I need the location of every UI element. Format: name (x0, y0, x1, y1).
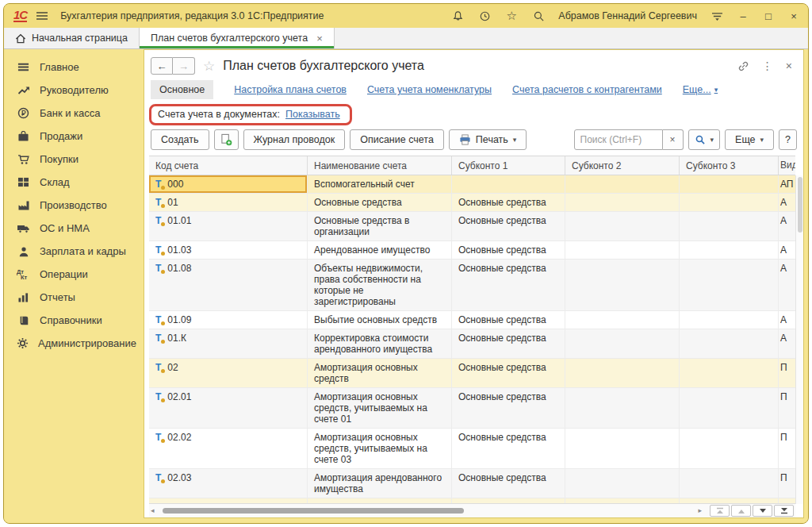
account-name-cell[interactable]: Амортизация основных средств, учитываемы… (308, 429, 452, 468)
subconto1-cell[interactable]: Основные средства (452, 212, 565, 240)
column-header-code[interactable]: Код счета (149, 156, 308, 175)
tab-close-icon[interactable]: × (316, 33, 323, 44)
subconto3-cell[interactable] (680, 469, 779, 498)
account-code-cell[interactable]: Т02.03 (149, 469, 308, 498)
vertical-scrollbar[interactable] (795, 175, 803, 504)
sidebar-item-directories[interactable]: Справочники (4, 309, 144, 332)
subconto2-cell[interactable] (565, 469, 680, 498)
subconto1-cell[interactable] (452, 175, 565, 193)
go-next-row-button[interactable] (753, 505, 772, 517)
account-kind-cell[interactable]: П (779, 429, 795, 468)
sidebar-item-bank-cash[interactable]: Банк и касса (4, 102, 144, 125)
subconto2-cell[interactable] (565, 241, 680, 259)
journal-button[interactable]: Журнал проводок (243, 129, 346, 150)
account-name-cell[interactable]: Основные средства в организации (308, 212, 452, 240)
subconto1-cell[interactable]: Основные средства (452, 329, 565, 358)
sidebar-item-warehouse[interactable]: Склад (4, 171, 144, 194)
account-kind-cell[interactable]: А (779, 311, 795, 329)
close-window-button[interactable]: × (787, 10, 800, 22)
sidebar-item-reports[interactable]: Отчеты (4, 286, 144, 309)
show-accounts-link[interactable]: Показывать (285, 109, 340, 120)
main-menu-icon[interactable] (35, 9, 49, 23)
go-last-row-button[interactable] (774, 505, 794, 517)
account-name-cell[interactable]: Вспомогательный счет (308, 175, 452, 193)
subconto2-cell[interactable] (565, 311, 680, 329)
subconto3-cell[interactable] (680, 241, 779, 259)
subconto3-cell[interactable] (680, 359, 779, 387)
subconto2-cell[interactable] (565, 212, 680, 240)
subconto3-cell[interactable] (680, 260, 779, 310)
table-row[interactable]: Т01.09Выбытие основных средствОсновные с… (149, 311, 795, 329)
clear-search-icon[interactable]: × (663, 129, 684, 150)
tab-home[interactable]: Начальная страница (4, 28, 139, 48)
account-name-cell[interactable]: Объекты недвижимости, права собственност… (308, 260, 452, 310)
subconto1-cell[interactable]: Основные средства (452, 429, 565, 468)
column-header-subconto1[interactable]: Субконто 1 (452, 156, 565, 175)
nav-tab-main[interactable]: Основное (151, 80, 213, 99)
account-kind-cell[interactable]: П (779, 469, 795, 498)
close-form-icon[interactable]: × (786, 60, 792, 72)
subconto2-cell[interactable] (565, 194, 680, 211)
nav-link-item-accounts[interactable]: Счета учета номенклатуры (367, 84, 492, 95)
subconto3-cell[interactable] (680, 212, 779, 240)
history-icon[interactable] (477, 9, 492, 23)
account-code-cell[interactable]: Т01.К (149, 329, 308, 358)
account-name-cell[interactable]: Корректировка стоимости арендованного им… (308, 329, 452, 358)
sidebar-item-main[interactable]: Главное (4, 56, 144, 79)
sidebar-item-salary-hr[interactable]: Зарплата и кадры (4, 240, 144, 263)
account-code-cell[interactable]: Т01.08 (149, 260, 308, 310)
subconto1-cell[interactable]: Основные средства (452, 388, 565, 428)
maximize-button[interactable]: □ (762, 10, 775, 22)
scroll-left-icon[interactable]: ◂ (151, 504, 155, 517)
help-button[interactable]: ? (779, 129, 797, 150)
account-kind-cell[interactable]: А (779, 241, 795, 259)
horizontal-scrollbar[interactable] (158, 504, 695, 517)
search-options-button[interactable]: ▾ (688, 129, 721, 150)
forward-button[interactable]: → (173, 57, 195, 75)
subconto1-cell[interactable]: Основные средства (452, 359, 565, 387)
sidebar-item-fixed-assets[interactable]: ОС и НМА (4, 217, 144, 240)
table-row[interactable]: Т02.02Амортизация основных средств, учит… (149, 429, 795, 469)
subconto2-cell[interactable] (565, 260, 680, 310)
subconto1-cell[interactable]: Основные средства (452, 469, 565, 498)
table-row[interactable]: Т01.08Объекты недвижимости, права собств… (149, 260, 795, 311)
account-description-button[interactable]: Описание счета (350, 129, 444, 150)
account-kind-cell[interactable]: А (779, 260, 795, 310)
back-button[interactable]: ← (151, 57, 173, 75)
table-row[interactable]: Т02.01Амортизация основных средств, учит… (149, 388, 795, 429)
subconto3-cell[interactable] (680, 194, 779, 211)
account-kind-cell[interactable]: АП (779, 175, 795, 193)
sidebar-item-sales[interactable]: Продажи (4, 125, 144, 148)
go-prev-row-button[interactable] (731, 505, 751, 517)
subconto3-cell[interactable] (680, 311, 779, 329)
subconto2-cell[interactable] (565, 329, 680, 358)
account-kind-cell[interactable]: А (779, 212, 795, 240)
nav-link-plan-settings[interactable]: Настройка плана счетов (234, 84, 347, 95)
subconto1-cell[interactable]: Основные средства (452, 194, 565, 211)
favorites-star-icon[interactable]: ☆ (504, 9, 519, 23)
horizontal-scrollbar-thumb[interactable] (163, 508, 464, 514)
account-name-cell[interactable]: Амортизация арендованного имущества (308, 469, 452, 498)
scroll-right-icon[interactable]: ▸ (698, 504, 702, 517)
account-code-cell[interactable]: Т000 (149, 175, 308, 193)
kebab-menu-icon[interactable]: ⋮ (762, 60, 773, 72)
account-name-cell[interactable]: Арендованное имущество (308, 241, 452, 259)
account-name-cell[interactable]: Амортизация основных средств (308, 359, 452, 387)
account-code-cell[interactable]: Т02.01 (149, 388, 308, 428)
account-code-cell[interactable]: Т01.09 (149, 311, 308, 329)
search-input[interactable] (574, 129, 663, 150)
copy-button[interactable] (214, 129, 239, 150)
more-button[interactable]: Еще▾ (725, 129, 774, 150)
vertical-scrollbar-thumb[interactable] (798, 177, 802, 233)
table-row[interactable]: Т01.ККорректировка стоимости арендованно… (149, 329, 795, 359)
column-header-name[interactable]: Наименование счета (308, 156, 452, 175)
sidebar-item-purchases[interactable]: Покупки (4, 148, 144, 171)
nav-link-counterparty-accounts[interactable]: Счета расчетов с контрагентами (512, 84, 662, 95)
go-first-row-button[interactable] (710, 505, 730, 517)
account-code-cell[interactable]: Т01.03 (149, 241, 308, 259)
subconto2-cell[interactable] (565, 429, 680, 468)
table-row[interactable]: Т01.03Арендованное имуществоОсновные сре… (149, 241, 795, 260)
get-link-icon[interactable] (737, 60, 749, 72)
global-search-icon[interactable] (531, 9, 546, 23)
subconto2-cell[interactable] (565, 388, 680, 428)
